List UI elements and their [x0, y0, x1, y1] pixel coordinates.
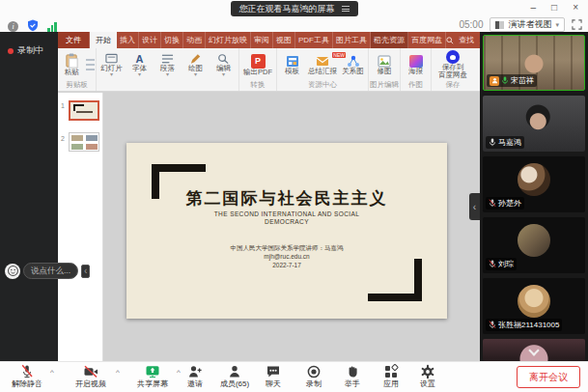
paste-icon: [65, 53, 79, 69]
minimize-button[interactable]: –: [531, 0, 537, 15]
tab-insert[interactable]: 插入: [117, 32, 139, 48]
share-screen-button[interactable]: 共享屏幕: [131, 364, 174, 388]
watching-screen-pill[interactable]: 您正在观看马嘉鸿的屏幕: [231, 1, 358, 16]
font-button[interactable]: A 字体 ▾: [126, 53, 154, 77]
save-to-netdisk-button[interactable]: 保存到 百度网盘: [433, 50, 473, 79]
pencil-icon: [189, 53, 202, 65]
unmute-label: 解除静音: [12, 379, 42, 388]
unmute-button[interactable]: 解除静音: [6, 364, 48, 388]
recording-indicator: 录制中: [8, 44, 43, 57]
slide-author-block: 中国人民大学国际关系学院讲师：马嘉鸿 mjh@ruc.edu.cn 2022-7…: [126, 243, 447, 269]
menubar-right: 查找 ⚠ 共享: [446, 32, 480, 48]
paragraph-button[interactable]: 段落 ▾: [154, 53, 182, 77]
quick-chat-row: 说点什么... ‹: [5, 263, 90, 279]
tab-docer-resources[interactable]: 稻壳资源: [371, 32, 408, 48]
slide-author: 中国人民大学国际关系学院讲师：马嘉鸿: [126, 243, 447, 252]
tab-picture-tools[interactable]: 图片工具: [333, 32, 371, 48]
settings-button[interactable]: 设置: [406, 364, 449, 388]
chat-label: 聊天: [266, 379, 281, 388]
slide-canvas: 第二国际与社会民主主义 THE SECOND INTERNATIONAL AND…: [103, 93, 480, 361]
participant-tile-presenter[interactable]: 马嘉鸿: [483, 96, 585, 152]
template-button[interactable]: 模板: [278, 55, 306, 75]
leave-meeting-button[interactable]: 离开会议: [517, 366, 580, 388]
members-icon: [227, 364, 242, 379]
poster-button[interactable]: 海报: [402, 55, 430, 75]
close-button[interactable]: ×: [573, 0, 578, 15]
participant-tile-host[interactable]: 宋苗祥: [483, 35, 585, 91]
export-pdf-button[interactable]: P 输出PDF: [240, 54, 275, 76]
members-label: 成员(65): [220, 379, 249, 388]
record-button[interactable]: 录制: [293, 364, 335, 388]
tab-animation[interactable]: 动画: [183, 32, 206, 48]
tab-home-active[interactable]: 开始: [90, 32, 117, 48]
relation-chart-button[interactable]: 关系图: [339, 55, 367, 75]
slide-thumbnail-panel: 1 2: [58, 93, 103, 361]
slide-subtitle-en-1: THE SECOND INTERNATIONAL AND SOCIAL: [126, 210, 447, 218]
pill-menu-icon[interactable]: [342, 6, 350, 12]
paste-label: 粘贴: [65, 69, 79, 76]
participant-tile[interactable]: 张胜福211431005: [483, 278, 585, 334]
chevron-down-icon: ▾: [555, 21, 559, 29]
participant-tile-partial[interactable]: [483, 339, 585, 361]
network-signal-icon[interactable]: [47, 21, 57, 32]
emoji-smiley-icon[interactable]: [5, 264, 20, 279]
participant-tile[interactable]: 刘琮: [483, 217, 585, 273]
chevron-down-icon: ▾: [110, 72, 113, 77]
mic-options-caret[interactable]: ^: [50, 368, 54, 377]
tab-slideshow[interactable]: 幻灯片放映: [206, 32, 251, 48]
wps-ribbon: 粘贴 剪贴板 幻灯片 ▾ A 字体 ▾: [58, 48, 480, 92]
video-options-caret[interactable]: ^: [116, 368, 120, 377]
cut-copy-icons[interactable]: [86, 59, 95, 70]
edit-button[interactable]: 编辑 ▾: [210, 53, 238, 77]
chat-collapse-handle[interactable]: ‹: [81, 265, 90, 278]
start-video-button[interactable]: 开启视频: [70, 364, 112, 388]
template-label: 模板: [285, 68, 299, 75]
tab-file[interactable]: 文件: [58, 32, 90, 48]
search-icon[interactable]: [446, 37, 454, 44]
tab-baidu-netdisk[interactable]: 百度网盘: [408, 32, 446, 48]
draw-button[interactable]: 绘图 ▾: [182, 53, 210, 77]
participant-label: 刘琮: [486, 258, 517, 270]
raise-hand-button[interactable]: 举手: [331, 364, 374, 388]
invite-button[interactable]: 邀请: [174, 364, 216, 388]
sidebar-collapse-handle[interactable]: ‹: [469, 193, 480, 220]
shared-screen-area: 文件 开始 插入 设计 切换 动画 幻灯片放映 审阅 视图 PDF工具 图片工具…: [58, 32, 480, 361]
info-icon[interactable]: i: [8, 21, 18, 32]
collapse-videos-button[interactable]: [526, 347, 542, 356]
fullscreen-icon[interactable]: [572, 19, 582, 30]
chat-button[interactable]: 聊天: [252, 364, 294, 388]
paste-button[interactable]: 粘贴: [59, 53, 84, 76]
tab-transition[interactable]: 切换: [161, 32, 183, 48]
pdf-icon: P: [251, 54, 266, 69]
slide-subtitle-en: THE SECOND INTERNATIONAL AND SOCIAL DEMO…: [126, 210, 447, 226]
layout-view-button[interactable]: 演讲者视图 ▾: [490, 17, 565, 32]
maximize-button[interactable]: □: [551, 0, 557, 15]
summary-report-button[interactable]: NEW 总结汇报: [306, 55, 339, 75]
recording-label: 录制中: [17, 44, 43, 57]
tab-pdf-tools[interactable]: PDF工具: [295, 32, 333, 48]
slide: 第二国际与社会民主主义 THE SECOND INTERNATIONAL AND…: [126, 143, 447, 319]
gear-icon: [420, 364, 435, 379]
slide-thumbnail[interactable]: [69, 132, 99, 152]
slide-thumbnail-selected[interactable]: [69, 100, 99, 121]
record-icon: [306, 364, 322, 379]
chevron-down-icon: ▾: [194, 72, 197, 77]
photo-edit-button[interactable]: 修图: [371, 55, 399, 75]
picture-icon: [378, 55, 391, 68]
raise-hand-icon: [345, 364, 360, 379]
slides-button[interactable]: 幻灯片 ▾: [98, 53, 126, 77]
participant-name: 马嘉鸿: [498, 137, 521, 148]
chevron-down-icon: ▾: [166, 72, 169, 77]
layout-view-label: 演讲者视图: [508, 18, 551, 31]
security-shield-icon[interactable]: [27, 19, 39, 32]
members-button[interactable]: 成员(65): [213, 364, 256, 388]
quick-chat-input[interactable]: 说点什么...: [23, 263, 78, 279]
relation-chart-label: 关系图: [342, 68, 364, 75]
resource-group-label: 资源中心: [278, 80, 367, 91]
tab-view[interactable]: 视图: [273, 32, 295, 48]
participant-tile[interactable]: 孙楚外: [483, 156, 585, 212]
paragraph-icon: [161, 53, 174, 65]
tab-review[interactable]: 审阅: [251, 32, 273, 48]
find-label[interactable]: 查找: [459, 35, 474, 45]
tab-design[interactable]: 设计: [139, 32, 161, 48]
